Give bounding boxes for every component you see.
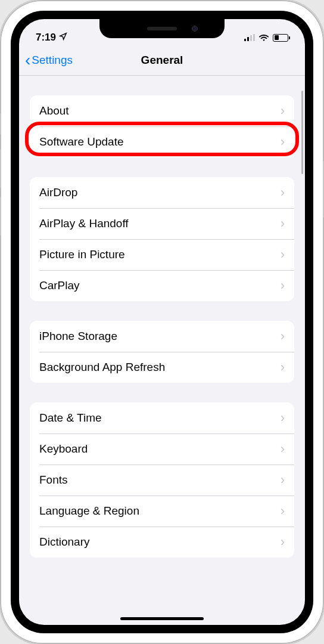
page-title: General xyxy=(141,54,183,67)
row-label: Background App Refresh xyxy=(39,361,165,374)
settings-group-datetime: Date & Time › Keyboard › Fonts › Languag… xyxy=(30,402,294,558)
back-button[interactable]: ‹ Settings xyxy=(25,52,73,69)
row-airplay-handoff[interactable]: AirPlay & Handoff › xyxy=(30,208,294,239)
status-right xyxy=(244,34,288,42)
row-about[interactable]: About › xyxy=(30,95,294,126)
settings-group-storage: iPhone Storage › Background App Refresh … xyxy=(30,321,294,383)
chevron-right-icon: › xyxy=(281,247,285,262)
phone-bezel: 7:19 xyxy=(11,11,313,633)
mute-switch xyxy=(0,113,1,134)
phone-frame: 7:19 xyxy=(0,0,324,644)
row-label: CarPlay xyxy=(39,279,80,292)
row-language-region[interactable]: Language & Region › xyxy=(30,496,294,527)
row-label: Language & Region xyxy=(39,504,139,518)
row-dictionary[interactable]: Dictionary › xyxy=(30,527,294,558)
chevron-right-icon: › xyxy=(281,103,285,119)
settings-group-about: About › Software Update › xyxy=(30,95,294,157)
row-software-update[interactable]: Software Update › xyxy=(30,126,294,157)
scroll-indicator xyxy=(301,91,303,174)
volume-up-button xyxy=(0,149,1,188)
chevron-right-icon: › xyxy=(281,441,285,457)
row-label: AirDrop xyxy=(39,186,77,199)
chevron-right-icon: › xyxy=(281,216,285,231)
chevron-right-icon: › xyxy=(281,329,285,344)
status-left: 7:19 xyxy=(36,32,67,44)
row-label: Dictionary xyxy=(39,535,89,549)
home-indicator[interactable] xyxy=(120,617,204,620)
front-camera xyxy=(192,26,198,32)
chevron-right-icon: › xyxy=(281,472,285,488)
chevron-right-icon: › xyxy=(281,534,285,550)
row-date-time[interactable]: Date & Time › xyxy=(30,402,294,434)
row-label: Picture in Picture xyxy=(39,248,125,261)
row-background-app-refresh[interactable]: Background App Refresh › xyxy=(30,352,294,383)
row-picture-in-picture[interactable]: Picture in Picture › xyxy=(30,239,294,270)
settings-group-airdrop: AirDrop › AirPlay & Handoff › Picture in… xyxy=(30,177,294,301)
status-time: 7:19 xyxy=(36,32,56,44)
row-carplay[interactable]: CarPlay › xyxy=(30,270,294,301)
chevron-right-icon: › xyxy=(281,410,285,426)
chevron-left-icon: ‹ xyxy=(25,52,30,69)
chevron-right-icon: › xyxy=(281,134,285,150)
row-label: iPhone Storage xyxy=(39,330,117,343)
cellular-signal-icon xyxy=(244,34,255,41)
location-icon xyxy=(59,32,67,44)
content-scroll[interactable]: About › Software Update › AirDrop › xyxy=(19,76,305,608)
row-label: Date & Time xyxy=(39,411,102,425)
back-label: Settings xyxy=(32,54,73,67)
row-label: Fonts xyxy=(39,473,68,487)
navigation-bar: ‹ Settings General xyxy=(19,48,305,76)
row-keyboard[interactable]: Keyboard › xyxy=(30,434,294,465)
chevron-right-icon: › xyxy=(281,185,285,200)
row-label: About xyxy=(39,104,69,117)
row-fonts[interactable]: Fonts › xyxy=(30,465,294,496)
battery-icon xyxy=(273,34,288,42)
row-label: AirPlay & Handoff xyxy=(39,217,129,230)
chevron-right-icon: › xyxy=(281,278,285,293)
row-label: Keyboard xyxy=(39,442,88,456)
wifi-icon xyxy=(258,34,269,42)
notch xyxy=(99,19,225,38)
chevron-right-icon: › xyxy=(281,360,285,375)
row-iphone-storage[interactable]: iPhone Storage › xyxy=(30,321,294,352)
volume-down-button xyxy=(0,197,1,236)
screen: 7:19 xyxy=(19,19,305,625)
battery-fill xyxy=(275,35,279,40)
row-airdrop[interactable]: AirDrop › xyxy=(30,177,294,208)
row-label: Software Update xyxy=(39,135,124,148)
speaker xyxy=(147,27,177,30)
chevron-right-icon: › xyxy=(281,503,285,519)
